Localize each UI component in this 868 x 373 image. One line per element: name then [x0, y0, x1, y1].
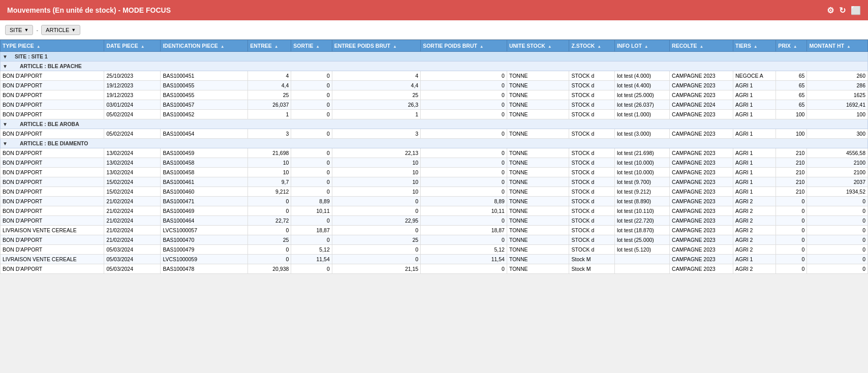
- col-montant_ht[interactable]: MONTANT HT ▲: [807, 40, 868, 52]
- col-entree[interactable]: ENTREE ▲: [248, 40, 291, 52]
- cell-unite_stock: TONNE: [507, 245, 569, 255]
- cell-montant_ht: 300: [807, 129, 868, 139]
- cell-sortie: 0: [291, 216, 332, 226]
- table-row[interactable]: BON D'APPORT13/02/2024BAS1000458100100TO…: [1, 158, 868, 168]
- table-row[interactable]: BON D'APPORT05/02/2024BAS10004543030TONN…: [1, 129, 868, 139]
- cell-sortie_poids_brut: 0: [421, 187, 507, 197]
- cell-date_piece: 05/03/2024: [104, 255, 161, 264]
- cell-entree_poids_brut: 10: [332, 177, 420, 187]
- col-tiers[interactable]: TIERS ▲: [733, 40, 776, 52]
- collapse-article-icon[interactable]: ▼: [3, 141, 8, 146]
- cell-info_lot: [614, 264, 669, 274]
- cell-sortie_poids_brut: 0: [421, 100, 507, 110]
- cell-info_lot: lot test (9.212): [614, 187, 669, 197]
- cell-entree: 25: [248, 90, 291, 100]
- table-row[interactable]: BON D'APPORT21/02/2024BAS1000469010,1101…: [1, 206, 868, 216]
- table-row[interactable]: BON D'APPORT05/03/2024BAS100047905,1205,…: [1, 245, 868, 255]
- table-row[interactable]: LIVRAISON VENTE CEREALE21/02/2024LVCS100…: [1, 226, 868, 235]
- table-row[interactable]: BON D'APPORT21/02/2024BAS100046422,72022…: [1, 216, 868, 226]
- cell-unite_stock: TONNE: [507, 100, 569, 110]
- cell-recolte: CAMPAGNE 2023: [670, 177, 733, 187]
- col-info_lot[interactable]: INFO LOT ▲: [614, 40, 669, 52]
- cell-tiers: AGRI 1: [733, 148, 776, 158]
- table-row[interactable]: LIVRAISON VENTE CEREALE05/03/2024LVCS100…: [1, 255, 868, 264]
- cell-recolte: CAMPAGNE 2023: [670, 90, 733, 100]
- table-row[interactable]: BON D'APPORT19/12/2023BAS10004554,404,40…: [1, 81, 868, 90]
- maximize-icon[interactable]: ⬜: [851, 6, 861, 15]
- filter-separator: -: [36, 27, 38, 33]
- table-row[interactable]: BON D'APPORT21/02/2024BAS100047108,8908,…: [1, 197, 868, 206]
- cell-info_lot: lot test (25.000): [614, 90, 669, 100]
- cell-sortie_poids_brut: 8,89: [421, 197, 507, 206]
- sort-arrow-info_lot: ▲: [644, 44, 648, 49]
- cell-sortie_poids_brut: 0: [421, 158, 507, 168]
- cell-type_piece: BON D'APPORT: [1, 177, 104, 187]
- col-sortie[interactable]: SORTIE ▲: [291, 40, 332, 52]
- cell-prix: 210: [776, 187, 807, 197]
- article-group-row[interactable]: ▼ARTICLE : BLE AROBA: [1, 119, 868, 129]
- cell-type_piece: BON D'APPORT: [1, 148, 104, 158]
- table-row[interactable]: BON D'APPORT05/02/2024BAS10004521010TONN…: [1, 110, 868, 119]
- table-row[interactable]: BON D'APPORT03/01/2024BAS100045726,03702…: [1, 100, 868, 110]
- cell-z_stock: STOCK d: [569, 71, 614, 81]
- refresh-icon[interactable]: ↻: [839, 6, 846, 15]
- cell-tiers: AGRI 2: [733, 235, 776, 245]
- col-entree_poids_brut[interactable]: ENTREE POIDS BRUT ▲: [332, 40, 420, 52]
- settings-icon[interactable]: ⚙: [827, 6, 834, 15]
- cell-unite_stock: TONNE: [507, 235, 569, 245]
- cell-entree_poids_brut: 0: [332, 255, 420, 264]
- cell-info_lot: lot test (22.720): [614, 216, 669, 226]
- article-group-row[interactable]: ▼ARTICLE : BLE DIAMENTO: [1, 139, 868, 148]
- table-row[interactable]: BON D'APPORT25/10/2023BAS10004514040TONN…: [1, 71, 868, 81]
- site-group-row[interactable]: ▼SITE : SITE 1: [1, 52, 868, 61]
- col-z_stock[interactable]: Z.STOCK ▲: [569, 40, 614, 52]
- cell-tiers: AGRI 2: [733, 245, 776, 255]
- table-row[interactable]: BON D'APPORT15/02/2024BAS10004609,212010…: [1, 187, 868, 197]
- cell-date_piece: 19/12/2023: [104, 90, 161, 100]
- cell-tiers: AGRI 1: [733, 129, 776, 139]
- cell-type_piece: BON D'APPORT: [1, 216, 104, 226]
- cell-entree: 10: [248, 158, 291, 168]
- cell-type_piece: BON D'APPORT: [1, 245, 104, 255]
- table-row[interactable]: BON D'APPORT05/03/2024BAS100047820,93802…: [1, 264, 868, 274]
- site-filter[interactable]: SITE ▼: [5, 25, 33, 35]
- cell-identication_piece: BAS1000471: [161, 197, 248, 206]
- cell-montant_ht: 0: [807, 226, 868, 235]
- cell-date_piece: 19/12/2023: [104, 81, 161, 90]
- collapse-article-icon[interactable]: ▼: [3, 64, 8, 69]
- table-row[interactable]: BON D'APPORT13/02/2024BAS1000458100100TO…: [1, 168, 868, 177]
- cell-sortie: 0: [291, 81, 332, 90]
- cell-sortie: 0: [291, 158, 332, 168]
- table-row[interactable]: BON D'APPORT13/02/2024BAS100045921,69802…: [1, 148, 868, 158]
- col-type_piece[interactable]: TYPE PIECE ▲: [1, 40, 104, 52]
- col-date_piece[interactable]: DATE PIECE ▲: [104, 40, 161, 52]
- cell-sortie_poids_brut: 0: [421, 264, 507, 274]
- cell-info_lot: lot test (10.110): [614, 206, 669, 216]
- col-recolte[interactable]: RECOLTE ▲: [670, 40, 733, 52]
- table-row[interactable]: BON D'APPORT15/02/2024BAS10004619,70100T…: [1, 177, 868, 187]
- table-row[interactable]: BON D'APPORT19/12/2023BAS1000455250250TO…: [1, 90, 868, 100]
- col-sortie_poids_brut[interactable]: SORTIE POIDS BRUT ▲: [421, 40, 507, 52]
- table-row[interactable]: BON D'APPORT21/02/2024BAS1000470250250TO…: [1, 235, 868, 245]
- cell-z_stock: STOCK d: [569, 148, 614, 158]
- cell-prix: 0: [776, 255, 807, 264]
- cell-prix: 100: [776, 110, 807, 119]
- cell-prix: 210: [776, 158, 807, 168]
- collapse-site-icon[interactable]: ▼: [3, 54, 8, 59]
- cell-sortie_poids_brut: 5,12: [421, 245, 507, 255]
- cell-info_lot: lot test (3.000): [614, 129, 669, 139]
- cell-z_stock: Stock M: [569, 255, 614, 264]
- cell-unite_stock: TONNE: [507, 216, 569, 226]
- filterbar: SITE ▼ - ARTICLE ▼: [0, 20, 868, 40]
- cell-sortie_poids_brut: 18,87: [421, 226, 507, 235]
- col-prix[interactable]: PRIX ▲: [776, 40, 807, 52]
- cell-info_lot: lot test (1.000): [614, 110, 669, 119]
- cell-entree: 10: [248, 168, 291, 177]
- cell-date_piece: 03/01/2024: [104, 100, 161, 110]
- col-identication_piece[interactable]: IDENTICATION PIECE ▲: [161, 40, 248, 52]
- col-unite_stock[interactable]: UNITE STOCK ▲: [507, 40, 569, 52]
- article-group-row[interactable]: ▼ARTICLE : BLE APACHE: [1, 61, 868, 71]
- article-filter[interactable]: ARTICLE ▼: [41, 25, 80, 35]
- cell-recolte: CAMPAGNE 2023: [670, 206, 733, 216]
- collapse-article-icon[interactable]: ▼: [3, 121, 8, 127]
